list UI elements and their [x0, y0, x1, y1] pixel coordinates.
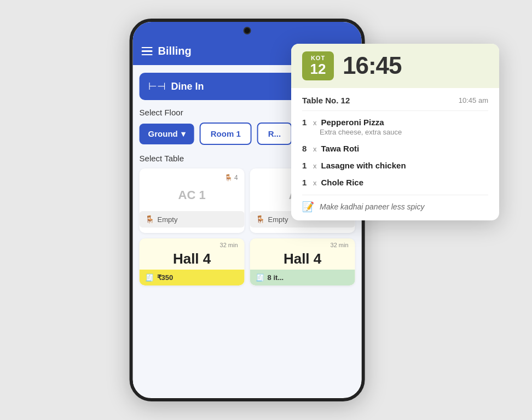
- table-time-1: 32 min: [146, 242, 238, 248]
- header-left: Billing: [142, 45, 192, 57]
- notch-bar: [133, 22, 362, 39]
- kot-item-4: 1 x Chole Rice: [302, 178, 488, 187]
- kot-item-2: 8 x Tawa Roti: [302, 144, 488, 153]
- kot-time: 16:45: [343, 52, 402, 79]
- kot-item-qty-4: 1: [302, 178, 309, 187]
- kot-header: KOT 12 16:45: [291, 44, 499, 88]
- seat-icon-1: 🪑: [224, 174, 233, 182]
- receipt-icon-1: 🧾: [145, 273, 154, 282]
- kot-item-qty-2: 8: [302, 144, 309, 153]
- kot-item-name-3: Lasagne with chicken: [321, 161, 406, 170]
- table-amount-bar-1: 🧾 ₹350: [140, 270, 245, 285]
- kot-x-2: x: [313, 145, 317, 153]
- kot-badge: KOT 12: [302, 51, 334, 80]
- table-card-hall4-1[interactable]: 32 min Hall 4 🧾 ₹350: [140, 238, 245, 285]
- table-amount-1: ₹350: [157, 273, 174, 282]
- kot-note-text: Make kadhai paneer less spicy: [320, 202, 424, 211]
- scene: Billing Tue, 08 Oct ⊢⊣ Dine In ▾ Select …: [0, 0, 532, 420]
- kot-item-1: 1 x Pepperoni Pizza Extra cheese, extra …: [302, 118, 488, 136]
- table-amount-bar-2: 🧾 8 it...: [250, 270, 355, 285]
- table-card-hall4-2[interactable]: 32 min Hall 4 🧾 8 it...: [250, 238, 355, 285]
- kot-x-4: x: [313, 179, 317, 187]
- kot-table-name: Table No. 12: [302, 96, 350, 105]
- kot-x-1: x: [313, 119, 317, 127]
- kot-item-name-4: Chole Rice: [321, 178, 364, 187]
- kot-item-3: 1 x Lasagne with chicken: [302, 161, 488, 170]
- kot-table-time: 10:45 am: [459, 96, 488, 104]
- chair-icon-1: 🪑: [145, 215, 154, 224]
- receipt-icon-2: 🧾: [256, 273, 264, 282]
- floor-room2-button[interactable]: R...: [257, 122, 292, 145]
- kot-card: KOT 12 16:45 Table No. 12 10:45 am 1 x P…: [291, 44, 499, 220]
- floor-chevron-icon: ▾: [181, 129, 186, 139]
- floor-ground-label: Ground: [148, 129, 178, 138]
- kot-item-name-2: Tawa Roti: [321, 144, 360, 153]
- kot-item-qty-3: 1: [302, 161, 309, 170]
- kot-x-3: x: [313, 162, 317, 170]
- hamburger-icon[interactable]: [142, 47, 153, 56]
- kot-special-note: 📝 Make kadhai paneer less spicy: [302, 195, 488, 213]
- table-hall4-1: Hall 4: [146, 248, 238, 270]
- dine-in-icon: ⊢⊣: [148, 80, 166, 92]
- dine-in-label: Dine In: [171, 81, 204, 92]
- table-status-1: Empty: [158, 215, 178, 224]
- app-title: Billing: [158, 45, 192, 57]
- floor-room2-label: R...: [268, 129, 281, 138]
- note-icon: 📝: [302, 201, 314, 213]
- table-status-2: Empty: [268, 215, 288, 224]
- table-name-1: AC 1: [146, 184, 238, 207]
- kot-body: Table No. 12 10:45 am 1 x Pepperoni Pizz…: [291, 88, 499, 220]
- floor-room1-label: Room 1: [211, 129, 241, 138]
- floor-ground-button[interactable]: Ground ▾: [140, 124, 194, 144]
- floor-room1-button[interactable]: Room 1: [200, 122, 252, 145]
- table-amount-2: 8 it...: [268, 273, 284, 282]
- kot-table-row: Table No. 12 10:45 am: [302, 96, 488, 111]
- kot-badge-number: 12: [309, 61, 327, 77]
- kot-item-qty-1: 1: [302, 118, 309, 127]
- table-hall4-2: Hall 4: [257, 248, 349, 270]
- kot-item-name-1: Pepperoni Pizza: [321, 118, 384, 127]
- table-time-2: 32 min: [257, 242, 349, 248]
- camera: [244, 27, 251, 34]
- kot-item-note-1: Extra cheese, extra sauce: [320, 128, 488, 136]
- dine-in-left: ⊢⊣ Dine In: [148, 80, 204, 92]
- table-status-bar-1: 🪑 Empty: [140, 211, 245, 228]
- chair-icon-2: 🪑: [256, 215, 265, 224]
- table-seats-1: 🪑 4: [146, 174, 238, 182]
- table-card-ac1-1[interactable]: 🪑 4 AC 1 🪑 Empty: [140, 168, 245, 233]
